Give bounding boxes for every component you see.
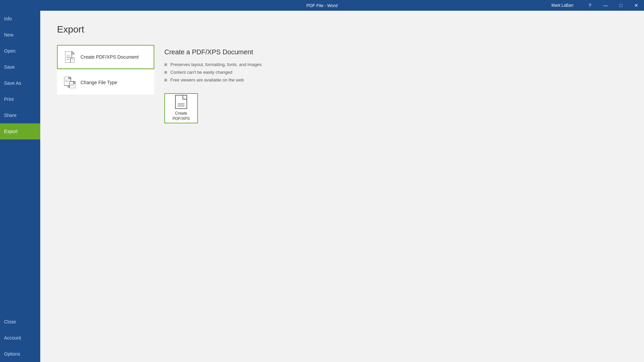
page-title: Export	[57, 24, 627, 35]
svg-marker-1	[72, 51, 74, 54]
export-options-panel: ↓ Create PDF/XPS Document	[57, 45, 154, 127]
export-description-panel: Create a PDF/XPS Document Preserves layo…	[154, 45, 627, 127]
export-option-create-pdf[interactable]: ↓ Create PDF/XPS Document	[57, 45, 154, 69]
bullet-icon-2	[164, 71, 167, 74]
export-content: ↓ Create PDF/XPS Document	[57, 45, 627, 127]
export-option-change-filetype-label: Change File Type	[80, 80, 117, 85]
pdf-icon-line-1	[178, 103, 184, 104]
export-desc-bullet-2: Content can't be easily changed	[164, 70, 617, 75]
pdf-icon-lines	[178, 103, 184, 107]
sidebar-item-save[interactable]: Save	[0, 59, 40, 75]
sidebar-item-close[interactable]: Close	[0, 314, 40, 330]
create-pdf-button-icon	[175, 95, 187, 109]
sidebar-item-options[interactable]: Options	[0, 346, 40, 362]
restore-button[interactable]: □	[613, 0, 629, 11]
title-bar-controls: ? — □ ✕	[582, 0, 644, 11]
sidebar-item-export[interactable]: Export	[0, 123, 40, 139]
pdf-icon-line-2	[178, 105, 184, 105]
window-title: PDF File - Word	[307, 3, 338, 8]
sidebar-item-save-as[interactable]: Save As	[0, 75, 40, 91]
export-page: Export ↓	[40, 11, 644, 362]
create-pdf-button[interactable]: CreatePDF/XPS	[164, 93, 198, 123]
user-name: Mark LaBarr	[551, 0, 577, 11]
export-desc-bullet-3: Free viewers are available on the web	[164, 77, 617, 82]
bullet-icon-1	[164, 63, 167, 66]
bullet-icon-3	[164, 79, 167, 81]
main-content: Export ↓	[40, 11, 644, 362]
export-description-title: Create a PDF/XPS Document	[164, 48, 617, 56]
close-window-button[interactable]: ✕	[629, 0, 644, 11]
sidebar: Info New Open Save Save As Print Share E…	[0, 11, 40, 362]
minimize-button[interactable]: —	[598, 0, 613, 11]
pdf-icon-line-3	[178, 106, 184, 107]
sidebar-item-account[interactable]: Account	[0, 330, 40, 346]
export-desc-bullet-1: Preserves layout, formatting, fonts, and…	[164, 62, 617, 67]
sidebar-item-new[interactable]: New	[0, 27, 40, 43]
export-option-change-filetype[interactable]: ⇄ Change File Type	[57, 70, 154, 95]
svg-text:⇄: ⇄	[67, 85, 70, 88]
export-option-create-pdf-label: Create PDF/XPS Document	[80, 54, 139, 60]
svg-text:↓: ↓	[72, 58, 73, 62]
pdf-document-icon: ↓	[64, 51, 76, 63]
create-pdf-button-label: CreatePDF/XPS	[172, 111, 190, 121]
title-bar: PDF File - Word Mark LaBarr ? — □ ✕	[0, 0, 644, 11]
help-button[interactable]: ?	[582, 0, 598, 11]
sidebar-item-print[interactable]: Print	[0, 91, 40, 107]
sidebar-item-share[interactable]: Share	[0, 107, 40, 123]
sidebar-item-open[interactable]: Open	[0, 43, 40, 59]
sidebar-item-info[interactable]: Info	[0, 11, 40, 27]
change-filetype-icon: ⇄	[64, 76, 76, 88]
export-description-list: Preserves layout, formatting, fonts, and…	[164, 62, 617, 85]
